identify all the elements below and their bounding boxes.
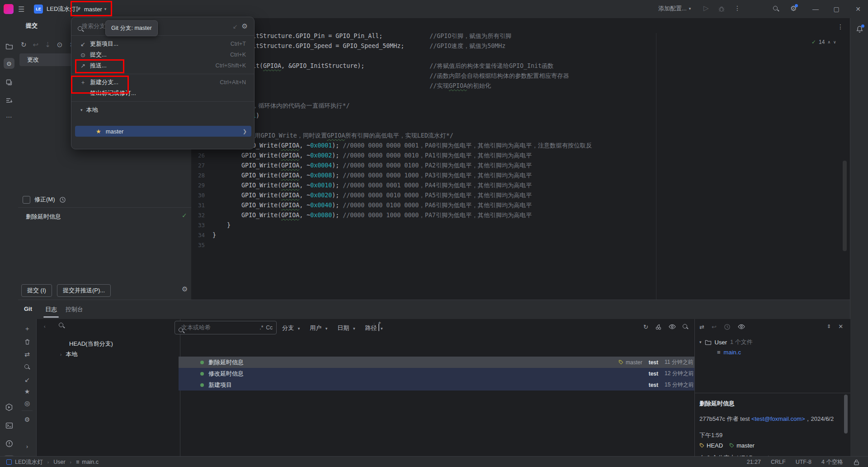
refresh-icon[interactable]: ↻ [21,41,27,49]
project-tool-icon[interactable] [4,41,14,52]
tab-console[interactable]: 控制台 [66,305,83,314]
debug-button[interactable] [718,5,725,13]
author-email-link[interactable]: <test@foxmail.com> [751,415,805,422]
breadcrumb-project[interactable]: LED流水灯 [15,458,43,466]
filter-date[interactable]: 日期 ▾ [337,324,355,332]
search-icon[interactable] [23,362,32,372]
tab-log[interactable]: 日志 [45,305,57,314]
filter-branch[interactable]: 分支 ▾ [282,324,300,332]
breadcrumb-file[interactable]: main.c [82,459,99,465]
prev-problem-icon[interactable]: ∧ [827,40,830,44]
branches-tree: ‹ HEAD(当前分支) › 本地 [36,319,180,457]
breadcrumb-dir[interactable]: User [53,459,65,465]
close-icon[interactable]: ✕ [838,323,843,330]
window-minimize-button[interactable]: — [809,2,822,16]
show-diff-icon[interactable]: ⊙ [57,41,63,49]
menu-item-提交[interactable]: ⊙提交...Ctrl+K [71,49,254,60]
terminal-tool-icon[interactable] [4,420,14,431]
git-tool-window: Git 日志 控制台 ＋ ⇄ ↙ ★ ◎ ⚙ › ‹ HEAD(当前分支) [18,300,850,457]
details-scrollbar[interactable] [844,395,848,434]
expand-icon[interactable]: ⇕ [827,324,831,329]
annotation-box-new-branch-item [71,76,129,94]
structure-tool-icon[interactable] [4,95,14,106]
search-icon[interactable] [683,324,689,330]
settings-gear-icon[interactable]: ⚙ [23,415,32,424]
notifications-bell-icon[interactable] [854,24,865,34]
commit-graph-dot [200,372,204,376]
settings-gear-icon[interactable]: ⚙ [790,4,797,13]
changed-file-row[interactable]: ≡ main.c [717,349,741,356]
commit-options-gear-icon[interactable]: ⚙ [182,285,188,293]
amend-label: 修正(M) [34,195,55,204]
status-time: 21:27 [747,459,761,465]
commit-tool-icon[interactable]: ⊙ [4,58,14,69]
line-number: 33 [191,220,205,230]
readonly-lock-icon[interactable] [853,459,860,466]
case-toggle[interactable]: Cc [266,324,273,331]
branch-item-master[interactable]: ★ master ❯ [75,126,251,137]
encoding-widget[interactable]: UTF-8 [796,459,811,465]
window-close-button[interactable]: ✕ [851,2,865,16]
more-tools-icon[interactable]: ⋯ [4,111,14,122]
problems-tool-icon[interactable] [4,438,14,449]
log-search-field[interactable]: 文本或哈希 .* Cc [175,321,277,334]
paste-icon[interactable]: ↙ [233,23,238,30]
window-maximize-button[interactable]: ▢ [830,2,843,16]
head-branch-item[interactable]: HEAD(当前分支) [69,340,113,348]
changed-folder-row[interactable]: ▾ User 1 个文件 [699,338,753,346]
line-separator-widget[interactable]: CRLF [771,459,786,465]
commit-message-input[interactable]: 删除延时信息 [26,213,61,221]
editor-scrollbar[interactable] [843,161,847,251]
history-clock-icon[interactable] [59,196,66,203]
rollback-icon[interactable]: ↩ [33,41,39,49]
head-ref-label: HEAD [707,442,723,449]
code-editor[interactable]: 14 GPIO_InitStructure.GPIO_Pin = GPIO_Pi… [191,18,850,300]
commit-author: test [649,371,658,377]
run-config-selector[interactable]: 添加配置... ▾ [658,5,691,13]
delete-icon[interactable] [23,337,32,346]
more-actions-icon[interactable]: ⋮ [734,5,741,12]
refresh-icon[interactable]: ↻ [643,324,648,330]
run-tool-icon[interactable] [4,402,14,413]
run-button[interactable]: ▷ [703,4,709,12]
chevron-right-icon: ❯ [243,129,247,134]
main-menu-icon[interactable]: ☰ [18,5,24,14]
preview-eye-icon[interactable] [669,323,676,330]
back-arrow-icon[interactable]: ‹ [44,324,46,329]
editor-top-strip [191,18,850,33]
group-by-icon[interactable]: ⇄ [699,324,704,330]
rollback-icon[interactable]: ↩ [712,324,717,330]
commit-button[interactable]: 提交 (I) [21,284,52,297]
cherry-pick-icon[interactable] [655,324,662,330]
fetch-icon[interactable]: ⇄ [23,350,32,359]
history-clock-icon[interactable] [724,324,731,330]
commit-row[interactable]: 删除延时信息mastertest11 分钟之前 [179,357,694,368]
indent-widget[interactable]: 4 个空格 [821,458,843,466]
menu-item-更新项目[interactable]: ↙更新项目...Ctrl+T [71,38,254,49]
amend-checkbox[interactable] [23,196,30,204]
commit-and-push-button[interactable]: 提交并推送(P)... [57,284,111,297]
add-icon[interactable]: ＋ [23,324,32,334]
commit-row[interactable]: 修改延时信息test12 分钟之前 [179,368,694,379]
commit-row[interactable]: 新建项目test15 分钟之前 [179,379,694,391]
menu-item-label: 提交... [90,51,107,59]
regex-toggle[interactable]: .* [259,324,263,331]
local-group-row[interactable]: ▾ 本地 [71,105,254,115]
local-branches-item[interactable]: › 本地 [60,350,77,358]
popup-settings-gear-icon[interactable]: ⚙ [242,22,248,30]
next-problem-icon[interactable]: ∨ [833,40,836,44]
inspections-widget[interactable]: ✓ 14 ∧ ∨ [811,39,836,45]
shelve-icon[interactable]: ⇣ [45,41,51,49]
changes-label: 更改 [27,56,39,64]
expand-stripe-icon[interactable]: › [23,442,32,451]
commit-time: 12 分钟之前 [665,370,694,377]
open-new-tab-icon[interactable] [378,324,379,331]
navigate-target-icon[interactable]: ◎ [23,399,32,408]
filter-user[interactable]: 用户 ▾ [310,324,327,332]
favorites-star-icon[interactable]: ★ [23,387,32,396]
editor-more-icon[interactable]: ⋮ [837,23,844,30]
menu-item-shortcut: Ctrl+Shift+K [216,62,246,69]
pull-requests-tool-icon[interactable] [4,77,14,88]
preview-diff-eye-icon[interactable] [738,323,745,330]
update-icon[interactable]: ↙ [23,375,32,384]
